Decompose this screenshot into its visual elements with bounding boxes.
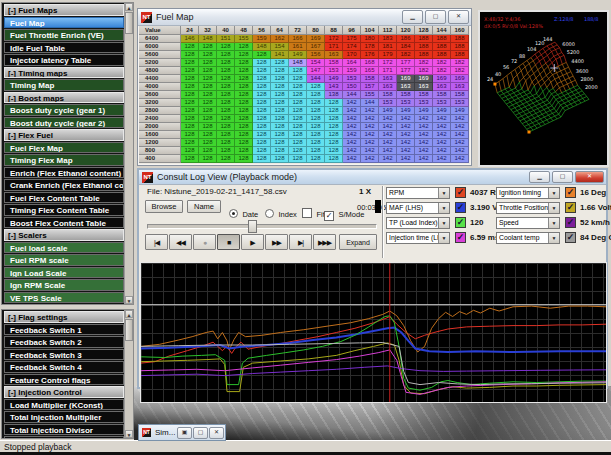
fuel-cell-3200-48[interactable]: 128 [235, 99, 253, 107]
row-header-3200[interactable]: 3200 [139, 99, 181, 107]
fuel-cell-800-72[interactable]: 128 [289, 147, 307, 155]
param-checkbox-right-0[interactable]: ✓ [565, 187, 576, 198]
row-header-6000[interactable]: 6000 [139, 43, 181, 51]
fuel-cell-2800-160[interactable]: 149 [451, 107, 469, 115]
fuel-cell-2800-56[interactable]: 128 [253, 107, 271, 115]
fuel-cell-1200-160[interactable]: 142 [451, 139, 469, 147]
fuel-cell-2800-128[interactable]: 149 [415, 107, 433, 115]
col-header-64[interactable]: 64 [271, 26, 289, 35]
fuel-cell-400-120[interactable]: 142 [397, 155, 415, 163]
col-header-120[interactable]: 120 [397, 26, 415, 35]
fuel-cell-5200-56[interactable]: 128 [253, 59, 271, 67]
fuel-cell-3200-72[interactable]: 128 [289, 99, 307, 107]
fuel-cell-2000-56[interactable]: 128 [253, 123, 271, 131]
fuel-cell-1600-144[interactable]: 142 [433, 131, 451, 139]
fuel-cell-6400-88[interactable]: 172 [325, 35, 343, 43]
col-header-112[interactable]: 112 [379, 26, 397, 35]
fuel-cell-800-80[interactable]: 128 [307, 147, 325, 155]
fuel-cell-4400-64[interactable]: 128 [271, 75, 289, 83]
sidebar-item-fuel-load-scale[interactable]: Fuel load scale [4, 242, 124, 254]
sidebar-item-fuel-map[interactable]: Fuel Map [4, 17, 124, 29]
fuel-cell-4000-128[interactable]: 163 [415, 83, 433, 91]
fuel-cell-3200-88[interactable]: 128 [325, 99, 343, 107]
fuel-cell-3600-144[interactable]: 158 [433, 91, 451, 99]
fuel-cell-5600-64[interactable]: 141 [271, 51, 289, 59]
close-button[interactable]: ✕ [575, 171, 604, 183]
fuel-cell-6000-128[interactable]: 188 [415, 43, 433, 51]
sidebar-item-injection[interactable]: Injection [4, 436, 124, 438]
fuel-cell-6000-160[interactable]: 188 [451, 43, 469, 51]
sidebar-item-fuel-flex-map[interactable]: Fuel Flex Map [4, 142, 124, 154]
fuel-cell-400-144[interactable]: 142 [433, 155, 451, 163]
scroll-thumb[interactable] [125, 319, 133, 341]
fuel-cell-3200-64[interactable]: 128 [271, 99, 289, 107]
fuel-cell-1600-64[interactable]: 128 [271, 131, 289, 139]
fuel-cell-1200-120[interactable]: 142 [397, 139, 415, 147]
fuel-cell-2000-32[interactable]: 128 [199, 123, 217, 131]
fuel-cell-5200-24[interactable]: 128 [181, 59, 199, 67]
fuel-cell-1600-56[interactable]: 128 [253, 131, 271, 139]
col-header-32[interactable]: 32 [199, 26, 217, 35]
fuel-cell-2400-96[interactable]: 142 [343, 115, 361, 123]
param-select-right-1[interactable]: Throttle Position▼ [496, 202, 560, 214]
fuel-cell-2400-160[interactable]: 142 [451, 115, 469, 123]
scroll-up-icon[interactable]: ▲ [125, 310, 133, 318]
fuel-cell-6400-112[interactable]: 183 [379, 35, 397, 43]
row-header-800[interactable]: 800 [139, 147, 181, 155]
fuel-cell-5600-32[interactable]: 128 [199, 51, 217, 59]
fuel-cell-3600-128[interactable]: 158 [415, 91, 433, 99]
settings-list-scrollbar[interactable]: ▲ ▼ [124, 310, 133, 438]
fuel-cell-3200-128[interactable]: 153 [415, 99, 433, 107]
close-button[interactable]: ✕ [448, 10, 469, 24]
fuel-cell-3200-160[interactable]: 153 [451, 99, 469, 107]
fuel-cell-5600-96[interactable]: 170 [343, 51, 361, 59]
chevron-down-icon[interactable]: ▼ [548, 188, 559, 198]
surface-plot[interactable]: 2440567288104120144600052004400360028002… [480, 12, 607, 165]
fuel-cell-6000-64[interactable]: 154 [271, 43, 289, 51]
fuel-cell-4400-160[interactable]: 169 [451, 75, 469, 83]
minimize-button[interactable]: ▁ [529, 171, 550, 183]
close-button[interactable]: ✕ [209, 427, 224, 439]
fuel-cell-6400-64[interactable]: 162 [271, 35, 289, 43]
row-header-4800[interactable]: 4800 [139, 67, 181, 75]
sidebar-item-idle-fuel-table[interactable]: Idle Fuel Table [4, 42, 124, 54]
row-header-3600[interactable]: 3600 [139, 91, 181, 99]
fuel-cell-800-40[interactable]: 128 [217, 147, 235, 155]
fuel-cell-2000-104[interactable]: 142 [361, 123, 379, 131]
fuel-cell-800-144[interactable]: 142 [433, 147, 451, 155]
fuel-cell-800-128[interactable]: 142 [415, 147, 433, 155]
fuel-cell-3600-72[interactable]: 128 [289, 91, 307, 99]
fuel-cell-2400-80[interactable]: 128 [307, 115, 325, 123]
sidebar-item-enrich-flex-ethanol-content[interactable]: Enrich (Flex Ethanol content) [4, 167, 124, 179]
maximize-button[interactable]: ▢ [552, 171, 573, 183]
col-header-96[interactable]: 96 [343, 26, 361, 35]
fuel-cell-4000-72[interactable]: 128 [289, 83, 307, 91]
fuel-cell-5200-80[interactable]: 154 [307, 59, 325, 67]
fuel-cell-2400-88[interactable]: 128 [325, 115, 343, 123]
fuel-cell-1200-96[interactable]: 142 [343, 139, 361, 147]
fuel-cell-4800-160[interactable]: 182 [451, 67, 469, 75]
fuel-cell-2400-32[interactable]: 128 [199, 115, 217, 123]
fuel-cell-3200-112[interactable]: 153 [379, 99, 397, 107]
fuel-cell-2000-48[interactable]: 128 [235, 123, 253, 131]
sidebar-item-fuel-throttle-enrich-ve[interactable]: Fuel Throttle Enrich (VE) [4, 29, 124, 41]
fuel-cell-6400-48[interactable]: 155 [235, 35, 253, 43]
fuel-cell-4000-48[interactable]: 128 [235, 83, 253, 91]
fuel-cell-4000-80[interactable]: 128 [307, 83, 325, 91]
fuel-cell-3600-40[interactable]: 128 [217, 91, 235, 99]
col-header-88[interactable]: 88 [325, 26, 343, 35]
fuel-cell-4000-160[interactable]: 163 [451, 83, 469, 91]
fuel-cell-2000-40[interactable]: 128 [217, 123, 235, 131]
sidebar-item-boost-duty-cycle-gear-1[interactable]: Boost duty cycle (gear 1) [4, 104, 124, 116]
fuel-cell-6400-120[interactable]: 186 [397, 35, 415, 43]
fuel-cell-4000-120[interactable]: 163 [397, 83, 415, 91]
fuel-map-titlebar[interactable]: NT Fuel Map ▁ ▢ ✕ [138, 9, 471, 26]
row-header-4000[interactable]: 4000 [139, 83, 181, 91]
sidebar-item-boost-flex-content-table[interactable]: Boost Flex Content Table [4, 217, 124, 229]
fuel-cell-2400-72[interactable]: 128 [289, 115, 307, 123]
sidebar-item-timing-map[interactable]: Timing Map [4, 79, 124, 91]
sidebar-item-feedback-switch-3[interactable]: Feedback Switch 3 [4, 349, 124, 361]
fuel-cell-4800-56[interactable]: 128 [253, 67, 271, 75]
fuel-cell-400-40[interactable]: 128 [217, 155, 235, 163]
fuel-cell-5600-24[interactable]: 128 [181, 51, 199, 59]
